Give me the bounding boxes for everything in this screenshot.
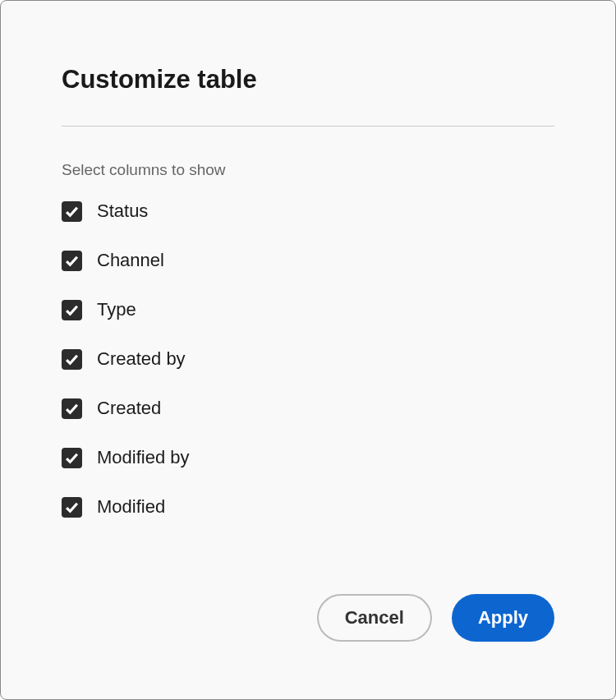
dialog-button-row: Cancel Apply [317,594,554,642]
check-icon [65,451,79,465]
check-icon [65,254,79,268]
checkbox-label-type: Type [97,299,136,320]
checkbox-created-by[interactable] [62,349,82,370]
checkbox-row-created-by[interactable]: Created by [62,348,554,370]
check-icon [65,500,79,514]
checkbox-row-modified-by[interactable]: Modified by [62,447,554,468]
checkbox-label-modified-by: Modified by [97,447,190,468]
checkbox-row-status[interactable]: Status [62,200,554,222]
checkbox-channel[interactable] [62,251,82,271]
customize-table-dialog: Customize table Select columns to show S… [0,0,616,700]
check-icon [65,205,79,219]
checkbox-row-type[interactable]: Type [62,299,554,320]
checkbox-created[interactable] [62,398,82,419]
cancel-button[interactable]: Cancel [317,594,432,642]
divider [62,126,554,127]
checkbox-modified[interactable] [62,497,82,518]
checkbox-label-status: Status [97,200,148,222]
section-label: Select columns to show [62,161,554,179]
checkbox-label-created: Created [97,398,161,419]
apply-button[interactable]: Apply [452,594,554,642]
check-icon [65,402,79,416]
checkbox-row-modified[interactable]: Modified [62,496,554,518]
checkbox-label-created-by: Created by [97,348,186,370]
checkbox-row-channel[interactable]: Channel [62,250,554,271]
checkbox-type[interactable] [62,300,82,320]
checkbox-label-modified: Modified [97,496,165,518]
checkbox-modified-by[interactable] [62,448,82,468]
checkbox-status[interactable] [62,201,82,222]
dialog-title: Customize table [62,65,554,94]
checkbox-label-channel: Channel [97,250,164,271]
check-icon [65,303,79,317]
checkbox-row-created[interactable]: Created [62,398,554,419]
check-icon [65,352,79,366]
column-checkbox-list: Status Channel Type Created by Created [62,200,554,518]
